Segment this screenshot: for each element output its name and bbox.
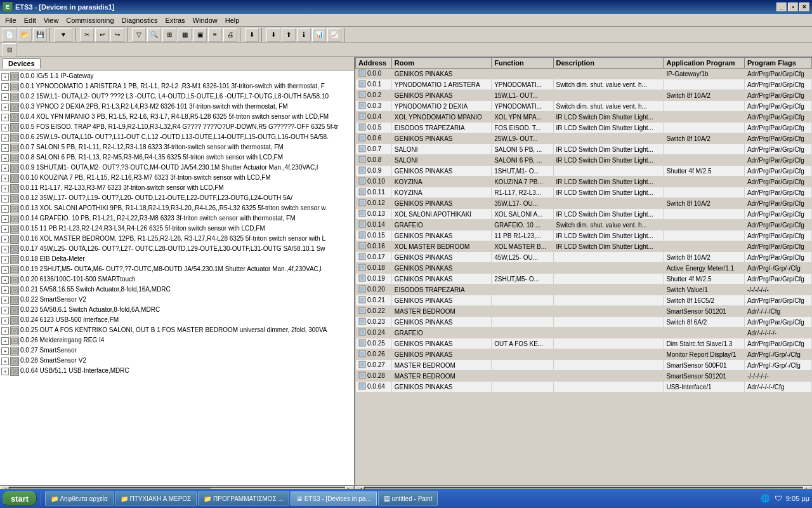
tree-item[interactable]: +0.0.2 15W,L1- OUTA,L2- OUT? ???2 L3 -OU… [1, 92, 353, 102]
tree-item[interactable]: +0.0.25 OUT A FOS KENTRIKO SALONI, OUT B… [1, 326, 353, 336]
tree-expander[interactable]: + [1, 195, 9, 203]
tree-item[interactable]: +0.0.14 GRAFEIO. 10 PB, R1-L21, R2-L22,R… [1, 214, 353, 224]
table-row[interactable]: 0.0.20EISODOS TRAPEZARIASwitch Value/1-/… [356, 284, 812, 295]
tree-expander[interactable]: + [1, 83, 9, 91]
taskbar-app-button[interactable]: 🖼 untitled - Paint [378, 491, 438, 505]
tree-expander[interactable]: + [1, 185, 9, 192]
search-btn[interactable]: 🔍 [147, 28, 161, 42]
tree-item[interactable]: +0.0.22 SmartSensor V2 [1, 295, 353, 305]
tree-expander[interactable]: + [1, 246, 9, 253]
table-row[interactable]: 0.0.2GENIKOS PINAKAS15W,L1- OUT...Switch… [356, 90, 812, 101]
undo-btn[interactable]: ↩ [95, 28, 109, 42]
table-row[interactable]: 0.0.5EISODOS TRAPEZARIAFOS EISOD. T...IR… [356, 123, 812, 133]
detail-btn[interactable]: ≡ [208, 28, 222, 42]
taskbar-app-button[interactable]: 📁 ΠΤΥΧΙΑΚΗ Α ΜΕΡΟΣ [115, 491, 197, 505]
tree-expander[interactable]: + [1, 337, 9, 345]
tree-item[interactable]: +0.0.19 2SHUT,M5- OUTA,M6- OUT?,?7-OUTC,… [1, 265, 353, 275]
table-row[interactable]: 0.0.14GRAFEIOGRAFEIO. 10 ...Switch dim. … [356, 220, 812, 231]
tree-expander[interactable]: + [1, 266, 9, 274]
tree-item[interactable]: +0.0.20 6136/100C-101-500 SMARTtouch [1, 275, 353, 285]
tree-item[interactable]: +0.0.27 SmartSensor [1, 346, 353, 356]
table-row[interactable]: 0.0.23GENIKOS PINAKASSwitch 8f 6A/2Adr/P… [356, 317, 812, 328]
table-row[interactable]: 0.0.24GRAFEIOAdr/-/-/-/-/- [356, 328, 812, 338]
tree-item[interactable]: +0.0.10 KOUZINA 7 PB, R1-L15, R2-L16,R3-… [1, 173, 353, 184]
table-row[interactable]: 0.0.21GENIKOS PINAKASSwitch 8f 16C5/2Adr… [356, 295, 812, 306]
prop-btn[interactable]: ⊞ [162, 28, 176, 42]
new-btn[interactable]: 📄 [3, 28, 16, 42]
tree-item[interactable]: +0.0.15 11 PB R1-L23,R2-L24,R3-L34,R4-L2… [1, 224, 353, 234]
tree-expander[interactable]: + [1, 93, 9, 101]
taskbar-app-button[interactable]: 📁 ΠΡΟΓΡΑΜΜΑΤΙΣΜΟΣ ... [198, 491, 289, 505]
tree-item[interactable]: +0.0.9 1SHUT,M1- OUTA,M2- OUT?,?3-OUTC,M… [1, 163, 353, 173]
table-row[interactable]: 0.0.28MASTER BEDROOMSmartSensor 501201-/… [356, 371, 812, 382]
table-row[interactable]: 0.0.6GENIKOS PINAKAS25W,L9- OUT...Switch… [356, 133, 812, 144]
tree-expander[interactable]: + [1, 317, 9, 324]
arrow-dropdown[interactable]: ▼ [55, 28, 72, 42]
tree-item[interactable]: +0.0.16 XOL MASTER BEDROOM. 12PB, R1-L25… [1, 234, 353, 244]
tree-item[interactable]: +0.0.23 5A/58.6.1 Switch Actuator,8-fold… [1, 305, 353, 316]
table-row[interactable]: 0.0.16XOL MASTER BEDROOMXOL MASTER B...I… [356, 241, 812, 252]
table-row[interactable]: 0.0.1YPNODOMATIO 1 ARISTERAYPNODOMATI...… [356, 79, 812, 90]
tree-item[interactable]: +0.0.12 35W,L17- OUT?,L19- OUT?,L20- OUT… [1, 194, 353, 204]
table-row[interactable]: 0.0.18GENIKOS PINAKASActive Energy Meter… [356, 263, 812, 274]
down-btn[interactable]: ⬇ [245, 28, 259, 42]
menu-commissioning[interactable]: Commissioning [62, 15, 117, 25]
menu-diagnostics[interactable]: Diagnostics [118, 15, 162, 25]
tree-item[interactable]: +0.0.28 SmartSensor V2 [1, 356, 353, 366]
table-row[interactable]: 0.0.9GENIKOS PINAKAS1SHUT,M1- O...Shutte… [356, 166, 812, 177]
table-row[interactable]: 0.0.25GENIKOS PINAKASOUT A FOS KE...Dim … [356, 338, 812, 349]
tree-expander[interactable]: + [1, 347, 9, 355]
table-row[interactable]: 0.0.10KOYZINAKOUZINA 7 PB...IR LCD Switc… [356, 177, 812, 187]
devices-tab[interactable]: Devices [3, 58, 41, 69]
tree-item[interactable]: +0.0.26 Meldereingang REG I4 [1, 336, 353, 346]
tree-item[interactable]: +0.0.0 IG/5 1.1 IP-Gateway [1, 72, 353, 82]
tree-expander[interactable]: + [1, 215, 9, 223]
upload-btn[interactable]: ⬆ [282, 28, 296, 42]
close-btn[interactable]: ✕ [799, 3, 809, 11]
monitor-btn[interactable]: 📊 [312, 28, 326, 42]
menu-window[interactable]: Window [189, 15, 221, 25]
download-btn[interactable]: ⬇ [266, 28, 280, 42]
table-row[interactable]: 0.0.27MASTER BEDROOMSmartSensor 500F01Ad… [356, 360, 812, 371]
table-row[interactable]: 0.0.64GENIKOS PINAKASUSB-Interface/1Adr/… [356, 382, 812, 392]
device-tree[interactable]: +0.0.0 IG/5 1.1 IP-Gateway+0.0.1 YPNODOM… [0, 70, 354, 485]
print-btn[interactable]: 🖨 [223, 28, 237, 42]
tree-item[interactable]: +0.0.64 USB/51.1 USB-Interface,MDRC [1, 366, 353, 377]
taskbar-app-button[interactable]: 🖥 ETS3 - [Devices in pa... [291, 491, 377, 505]
menu-help[interactable]: Help [221, 15, 244, 25]
tree-expander[interactable]: + [1, 124, 9, 131]
info-btn[interactable]: ℹ [297, 28, 311, 42]
save-btn[interactable]: 💾 [33, 28, 47, 42]
filter-btn[interactable]: ▽ [132, 28, 146, 42]
table-row[interactable]: 0.0.17GENIKOS PINAKAS45W,L25- OU...Switc… [356, 252, 812, 263]
right-table-container[interactable]: Address Room Function Description Applic… [355, 57, 812, 485]
tree-expander[interactable]: + [1, 286, 9, 294]
tree-expander[interactable]: + [1, 236, 9, 243]
table-row[interactable]: 0.0.8SALONISALONI 6 PB, ...IR LCD Switch… [356, 155, 812, 166]
tree-expander[interactable]: + [1, 225, 9, 233]
tree-expander[interactable]: + [1, 134, 9, 142]
tree-expander[interactable]: + [1, 114, 9, 121]
table-row[interactable]: 0.0.22MASTER BEDROOMSmartSensor 501201Ad… [356, 306, 812, 317]
table-row[interactable]: 0.0.15GENIKOS PINAKAS11 PB R1-L23,...IR … [356, 231, 812, 241]
tree-expander[interactable]: + [1, 307, 9, 314]
tree-item[interactable]: +0.0.18 EIB Delta-Meter [1, 255, 353, 265]
redo-btn[interactable]: ↪ [110, 28, 124, 42]
table-row[interactable]: 0.0.19GENIKOS PINAKAS2SHUT,M5- O...Shutt… [356, 274, 812, 284]
table-row[interactable]: 0.0.0GENIKOS PINAKASIP-Gateway/1bAdr/Prg… [356, 69, 812, 79]
tree-expander[interactable]: + [1, 327, 9, 335]
addr-btn[interactable]: ⊟ [3, 43, 16, 57]
tree-expander[interactable]: + [1, 297, 9, 304]
tree-item[interactable]: +0.0.11 R1-L17, R2-L33,R3-M7 6323 3f-tri… [1, 184, 353, 194]
grid-btn[interactable]: ▦ [178, 28, 192, 42]
tree-expander[interactable]: + [1, 256, 9, 264]
restore-btn[interactable]: ▪ [788, 3, 798, 11]
tree-expander[interactable]: + [1, 104, 9, 111]
table-row[interactable]: 0.0.7SALONISALONI 5 PB, ...IR LCD Switch… [356, 144, 812, 155]
tree-expander[interactable]: + [1, 276, 9, 284]
tree-expander[interactable]: + [1, 175, 9, 182]
taskbar-app-button[interactable]: 📁 Ληφθέντα αρχεία [45, 491, 114, 505]
tree-expander[interactable]: + [1, 164, 9, 172]
tree-item[interactable]: +0.0.13 XOL SALONI APOTHIKI 9PB, R1-L18,… [1, 204, 353, 214]
tree-expander[interactable]: + [1, 358, 9, 365]
